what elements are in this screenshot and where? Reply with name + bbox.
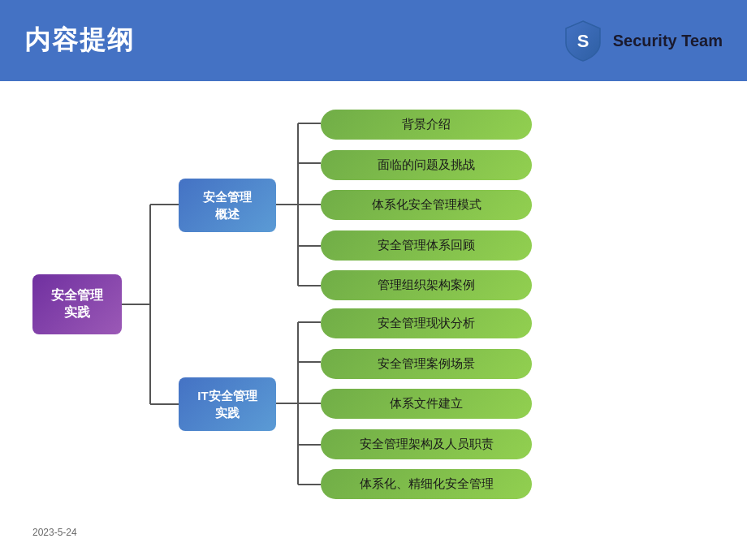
tree-container: 安全管理实践 安全管理 概述 [32, 106, 715, 503]
branch2-lines [276, 304, 321, 503]
logo-container: S Security Team [561, 19, 723, 62]
logo-text: Security Team [613, 32, 723, 50]
root-node: 安全管理实践 [32, 274, 122, 334]
leaf-node-1-3: 体系化安全管理模式 [321, 190, 532, 220]
leaf-node-1-5: 管理组织架构案例 [321, 270, 532, 300]
leaf-group-1: 背景介绍 面临的问题及挑战 体系化安全管理模式 安全管理体系回顾 管理组织架构案… [321, 106, 532, 304]
leaf-node-1-1: 背景介绍 [321, 110, 532, 140]
leaf-node-2-1: 安全管理现状分析 [321, 308, 532, 338]
leaf-node-2-4: 安全管理架构及人员职责 [321, 429, 532, 459]
leaf-node-2-2: 安全管理案例场景 [321, 349, 532, 379]
bottom-branch-group: IT安全管理 实践 安全管理现状分析 [179, 304, 532, 503]
main-content: 安全管理实践 安全管理 概述 [0, 81, 747, 548]
branch-node-2: IT安全管理 实践 [179, 377, 276, 431]
root-to-branch-lines [122, 106, 179, 503]
branch-node-1: 安全管理 概述 [179, 179, 276, 232]
shield-icon: S [561, 19, 605, 62]
header: 内容提纲 S Security Team [0, 0, 747, 81]
leaf-node-1-4: 安全管理体系回顾 [321, 230, 532, 261]
leaf-node-1-2: 面临的问题及挑战 [321, 150, 532, 180]
page-title: 内容提纲 [24, 23, 135, 58]
leaf-node-2-3: 体系文件建立 [321, 389, 532, 419]
leaf-group-2: 安全管理现状分析 安全管理案例场景 体系文件建立 安全管理架构及人员职责 体系化… [321, 304, 532, 503]
branch1-lines [276, 106, 321, 304]
branches-leaves: 安全管理 概述 背景介绍 [179, 106, 532, 503]
leaf-node-2-5: 体系化、精细化安全管理 [321, 469, 532, 499]
svg-text:S: S [576, 31, 589, 51]
footer-date: 2023-5-24 [32, 527, 77, 538]
top-branch-group: 安全管理 概述 背景介绍 [179, 106, 532, 304]
